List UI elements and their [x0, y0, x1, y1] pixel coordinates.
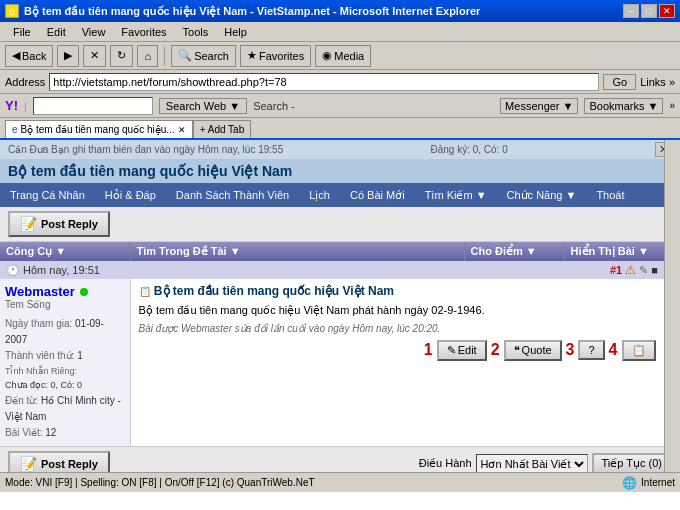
tab-1-label: Bộ tem đầu tiên mang quốc hiệu...: [21, 124, 175, 135]
address-bar: Address Go Links »: [0, 70, 680, 94]
menu-favorites[interactable]: Favorites: [113, 25, 174, 39]
post-reply-bottom-icon: 📝: [20, 456, 37, 472]
posts-count: 12: [45, 427, 56, 438]
search-topic-header[interactable]: Tìm Trong Đề Tài ▼: [130, 242, 464, 261]
menu-tools[interactable]: Tools: [175, 25, 217, 39]
tab-1-close-button[interactable]: ✕: [178, 125, 186, 135]
search-icon: 🔍: [178, 49, 192, 62]
yahoo-search-input[interactable]: [33, 97, 153, 115]
refresh-icon: ↻: [117, 49, 126, 62]
forum-navigation: Trang Cá Nhân Hỏi & Đáp Danh Sách Thành …: [0, 183, 680, 207]
action-3-button[interactable]: ?: [578, 340, 604, 360]
admin-dropdown[interactable]: Hơn Nhất Bài Viết: [476, 454, 588, 472]
menu-file[interactable]: File: [5, 25, 39, 39]
yahoo-toolbar: Y! | Search Web ▼ Search - Messenger ▼ B…: [0, 94, 680, 118]
tab-bar: e Bộ tem đầu tiên mang quốc hiệu... ✕ + …: [0, 118, 680, 140]
nav-tim-kiem[interactable]: Tìm Kiếm ▼: [415, 185, 497, 206]
post-date: 🕐 Hôm nay, 19:51: [0, 261, 464, 279]
messenger-button[interactable]: Messenger ▼: [500, 98, 578, 114]
menu-view[interactable]: View: [74, 25, 114, 39]
bookmarks-button[interactable]: Bookmarks ▼: [584, 98, 663, 114]
home-button[interactable]: ⌂: [137, 45, 158, 67]
status-text: Mode: VNI [F9] | Spelling: ON [F8] | On/…: [5, 477, 315, 488]
online-indicator: [80, 288, 88, 296]
action-num-2: 2: [491, 341, 500, 359]
yahoo-search-web-button[interactable]: Search Web ▼: [159, 98, 247, 114]
menu-edit[interactable]: Edit: [39, 25, 74, 39]
status-right: 🌐 Internet: [622, 476, 675, 490]
browser-toolbar: ◀ ◀ Back Back ▶ ✕ ↻ ⌂ 🔍 Search ★ Favorit…: [0, 42, 680, 70]
member-level-label: Thành viên thứ:: [5, 350, 74, 361]
stop-button[interactable]: ✕: [83, 45, 106, 67]
report-icon: ✎: [639, 264, 648, 276]
post-action-buttons: 1 ✎ Edit 2 ❝ Quote 3 ?: [139, 340, 656, 361]
display-header[interactable]: Hiển Thị Bài ▼: [564, 242, 664, 261]
window-title: Bộ tem đầu tiên mang quốc hiệu Việt Nam …: [24, 5, 480, 18]
edit-icon: ✎: [447, 344, 456, 357]
yahoo-separator: |: [24, 100, 27, 112]
date-icon: 🕐: [6, 264, 20, 276]
continue-button[interactable]: Tiếp Tục (0): [592, 453, 672, 472]
action-4-icon: 📋: [632, 344, 646, 357]
forward-arrow-icon: ▶: [64, 49, 72, 62]
pm-value: Chưa đọc: 0, Có: 0: [5, 380, 82, 390]
edit-button[interactable]: ✎ Edit: [437, 340, 487, 361]
nav-thoat[interactable]: Thoát: [586, 185, 634, 205]
post-reply-top-button[interactable]: 📝 Post Reply: [8, 211, 110, 237]
announce-stats: Đăng ký: 0, Có: 0: [430, 144, 507, 155]
go-button[interactable]: Go: [603, 74, 636, 90]
posts-label: Bài Viết:: [5, 427, 43, 438]
post-reply-icon: 📝: [20, 216, 37, 232]
member-level: 1: [77, 350, 83, 361]
stop-icon: ✕: [90, 49, 99, 62]
rate-header[interactable]: Cho Điểm ▼: [464, 242, 564, 261]
nav-danh-sach[interactable]: Danh Sách Thành Viên: [166, 185, 299, 205]
separator: [164, 46, 165, 66]
menu-bar: File Edit View Favorites Tools Help: [0, 22, 680, 42]
thread-header-row: Công Cụ ▼ Tìm Trong Đề Tài ▼ Cho Điểm ▼ …: [0, 242, 680, 261]
page-title: Bộ tem đầu tiên mang quốc hiệu Việt Nam: [0, 159, 680, 183]
post-reply-bottom-button[interactable]: 📝 Post Reply: [8, 451, 110, 472]
address-input[interactable]: [49, 73, 599, 91]
media-button[interactable]: ◉ Media: [315, 45, 371, 67]
nav-co-bai-moi[interactable]: Có Bài Mới: [340, 185, 415, 206]
search-dash-text: Search -: [253, 100, 295, 112]
quote-button[interactable]: ❝ Quote: [504, 340, 562, 361]
nav-lich[interactable]: Lịch: [299, 185, 340, 206]
back-arrow-icon: ◀: [12, 49, 20, 62]
tab-icon: e: [12, 124, 18, 135]
back-button[interactable]: ◀ ◀ Back Back: [5, 45, 53, 67]
nav-trang-ca-nhan[interactable]: Trang Cá Nhân: [0, 185, 95, 205]
tab-1[interactable]: e Bộ tem đầu tiên mang quốc hiệu... ✕: [5, 120, 193, 138]
search-button[interactable]: 🔍 Search: [171, 45, 236, 67]
menu-help[interactable]: Help: [216, 25, 255, 39]
window-controls[interactable]: – □ ✕: [623, 4, 675, 18]
post-number: #1: [610, 264, 622, 276]
post-body: Bộ tem đầu tiên mang quốc hiệu Việt Nam …: [139, 302, 656, 319]
status-bar: Mode: VNI [F9] | Spelling: ON [F8] | On/…: [0, 472, 680, 492]
favorites-button[interactable]: ★ Favorites: [240, 45, 311, 67]
action-4-button[interactable]: 📋: [622, 340, 656, 361]
location-label: Đến từ:: [5, 395, 38, 406]
forward-button[interactable]: ▶: [57, 45, 79, 67]
action-num-1: 1: [424, 341, 433, 359]
minimize-button[interactable]: –: [623, 4, 639, 18]
address-label: Address: [5, 76, 45, 88]
scrollbar[interactable]: [664, 140, 680, 472]
maximize-button[interactable]: □: [641, 4, 657, 18]
links-label: Links »: [640, 76, 675, 88]
post-content-row: Webmaster Tem Sống Ngày tham gia: 01-09-…: [0, 279, 680, 446]
quote-icon: ❝: [514, 344, 520, 357]
nav-chuc-nang[interactable]: Chức Năng ▼: [497, 185, 587, 206]
post-author-cell: Webmaster Tem Sống Ngày tham gia: 01-09-…: [0, 279, 130, 446]
yahoo-logo: Y!: [5, 98, 18, 113]
tools-header[interactable]: Công Cụ ▼: [0, 242, 130, 261]
refresh-button[interactable]: ↻: [110, 45, 133, 67]
add-tab-button[interactable]: + Add Tab: [193, 120, 252, 138]
post-actions-meta: #1 ⚠ ✎ ■: [464, 261, 664, 279]
admin-section: Điều Hành Hơn Nhất Bài Viết Tiếp Tục (0): [419, 453, 672, 472]
post-content-cell: 📋 Bộ tem đầu tiên mang quốc hiệu Việt Na…: [130, 279, 664, 446]
author-name[interactable]: Webmaster: [5, 284, 75, 299]
close-button[interactable]: ✕: [659, 4, 675, 18]
nav-hoi-dap[interactable]: Hỏi & Đáp: [95, 185, 166, 206]
